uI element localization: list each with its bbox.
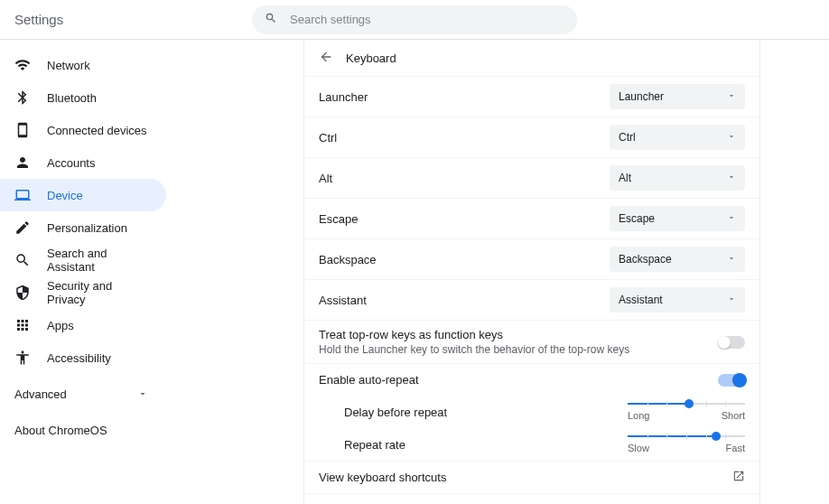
sidebar-item-label: Personalization bbox=[47, 221, 127, 235]
sidebar-item-bluetooth[interactable]: Bluetooth bbox=[0, 81, 166, 114]
keymap-select-backspace[interactable]: Backspace bbox=[610, 247, 745, 272]
keymap-label: Backspace bbox=[319, 253, 377, 266]
keymap-row-assistant: Assistant Assistant bbox=[304, 279, 759, 320]
search-input[interactable] bbox=[290, 13, 564, 26]
toprow-toggle[interactable] bbox=[718, 336, 745, 349]
wifi-icon bbox=[14, 57, 31, 73]
sidebar-item-device[interactable]: Device bbox=[0, 179, 166, 211]
sidebar-item-personalization[interactable]: Personalization bbox=[0, 211, 166, 244]
select-value: Escape bbox=[619, 212, 655, 225]
settings-panel: Keyboard Launcher Launcher Ctrl Ctrl Alt bbox=[303, 40, 760, 504]
select-value: Launcher bbox=[619, 90, 664, 103]
app-title: Settings bbox=[14, 12, 63, 27]
select-value: Backspace bbox=[619, 253, 672, 266]
keymap-row-alt: Alt Alt bbox=[304, 157, 759, 198]
chevron-down-icon bbox=[727, 172, 736, 184]
rate-slider[interactable] bbox=[628, 435, 745, 437]
sidebar-item-search[interactable]: Search and Assistant bbox=[0, 244, 166, 276]
sidebar-item-label: Connected devices bbox=[47, 124, 147, 137]
keymap-row-escape: Escape Escape bbox=[304, 198, 759, 238]
keymap-select-alt[interactable]: Alt bbox=[610, 165, 745, 191]
app-header: Settings bbox=[0, 0, 829, 40]
bluetooth-icon bbox=[14, 89, 31, 106]
keymap-label: Assistant bbox=[319, 294, 367, 307]
keymap-row-ctrl: Ctrl Ctrl bbox=[304, 117, 759, 157]
rate-right-label: Fast bbox=[726, 443, 745, 453]
person-icon bbox=[14, 154, 31, 171]
keymap-row-backspace: Backspace Backspace bbox=[304, 238, 759, 279]
back-icon[interactable] bbox=[319, 50, 333, 67]
rate-label: Repeat rate bbox=[344, 438, 405, 452]
chevron-down-icon bbox=[727, 131, 736, 144]
shortcuts-label: View keyboard shortcuts bbox=[319, 471, 446, 484]
chevron-down-icon bbox=[727, 212, 736, 225]
search-icon bbox=[14, 252, 31, 268]
sidebar-item-apps[interactable]: Apps bbox=[0, 309, 166, 341]
sidebar-item-label: Device bbox=[47, 189, 83, 202]
select-value: Assistant bbox=[619, 294, 663, 306]
page-header: Keyboard bbox=[304, 40, 759, 76]
keymap-row-launcher: Launcher Launcher bbox=[304, 76, 759, 117]
chevron-down-icon bbox=[727, 253, 736, 266]
sidebar-item-network[interactable]: Network bbox=[0, 49, 166, 81]
sidebar-advanced[interactable]: Advanced bbox=[0, 378, 163, 410]
sidebar-item-connected[interactable]: Connected devices bbox=[0, 114, 166, 146]
phone-icon bbox=[14, 122, 31, 138]
pencil-icon bbox=[14, 219, 31, 236]
keymap-select-ctrl[interactable]: Ctrl bbox=[610, 125, 745, 150]
rate-slider-row: Repeat rate Slow Fast bbox=[304, 428, 759, 461]
search-field[interactable] bbox=[252, 5, 577, 34]
chevron-down-icon bbox=[727, 294, 736, 306]
autorepeat-toggle[interactable] bbox=[718, 374, 745, 387]
chevron-down-icon bbox=[137, 388, 148, 399]
sidebar-about[interactable]: About ChromeOS bbox=[0, 414, 235, 446]
toprow-title: Treat top-row keys as function keys bbox=[319, 328, 629, 341]
keymap-label: Ctrl bbox=[319, 131, 337, 145]
input-settings-link[interactable]: Change input settings bbox=[304, 493, 759, 504]
laptop-icon bbox=[14, 187, 31, 203]
page-title: Keyboard bbox=[346, 51, 396, 65]
keymap-select-escape[interactable]: Escape bbox=[610, 206, 745, 231]
keymap-label: Escape bbox=[319, 212, 358, 226]
accessibility-icon bbox=[14, 350, 31, 366]
autorepeat-title: Enable auto-repeat bbox=[319, 373, 419, 387]
keymap-label: Launcher bbox=[319, 90, 368, 104]
keymap-select-assistant[interactable]: Assistant bbox=[610, 287, 745, 313]
toprow-subtitle: Hold the Launcher key to switch the beha… bbox=[319, 343, 629, 356]
sidebar-item-label: Accounts bbox=[47, 156, 95, 170]
delay-slider-row: Delay before repeat Long Short bbox=[304, 396, 759, 428]
sidebar-item-label: Security and Privacy bbox=[47, 279, 152, 306]
delay-label: Delay before repeat bbox=[344, 406, 447, 419]
toprow-keys-row: Treat top-row keys as function keys Hold… bbox=[304, 320, 759, 363]
external-link-icon bbox=[732, 470, 745, 485]
shield-icon bbox=[14, 285, 31, 301]
sidebar-item-accessibility[interactable]: Accessibility bbox=[0, 341, 166, 374]
sidebar-advanced-label: Advanced bbox=[14, 387, 67, 401]
delay-slider[interactable] bbox=[628, 403, 745, 405]
delay-left-label: Long bbox=[628, 410, 649, 421]
search-icon bbox=[265, 12, 277, 27]
rate-left-label: Slow bbox=[628, 443, 649, 453]
select-value: Ctrl bbox=[619, 131, 636, 144]
sidebar: Network Bluetooth Connected devices Acco… bbox=[0, 40, 235, 504]
sidebar-item-label: Search and Assistant bbox=[47, 247, 152, 274]
chevron-down-icon bbox=[727, 90, 736, 103]
select-value: Alt bbox=[619, 172, 631, 184]
sidebar-item-security[interactable]: Security and Privacy bbox=[0, 276, 166, 309]
shortcuts-link[interactable]: View keyboard shortcuts bbox=[304, 461, 759, 493]
apps-icon bbox=[14, 317, 31, 333]
sidebar-item-label: Network bbox=[47, 59, 90, 72]
autorepeat-row: Enable auto-repeat bbox=[304, 363, 759, 396]
delay-right-label: Short bbox=[722, 410, 745, 421]
sidebar-item-label: Bluetooth bbox=[47, 91, 97, 105]
sidebar-item-accounts[interactable]: Accounts bbox=[0, 146, 166, 179]
keymap-label: Alt bbox=[319, 172, 332, 185]
keymap-select-launcher[interactable]: Launcher bbox=[610, 84, 745, 109]
sidebar-item-label: Accessibility bbox=[47, 351, 111, 365]
sidebar-about-label: About ChromeOS bbox=[14, 424, 107, 437]
sidebar-item-label: Apps bbox=[47, 319, 74, 332]
